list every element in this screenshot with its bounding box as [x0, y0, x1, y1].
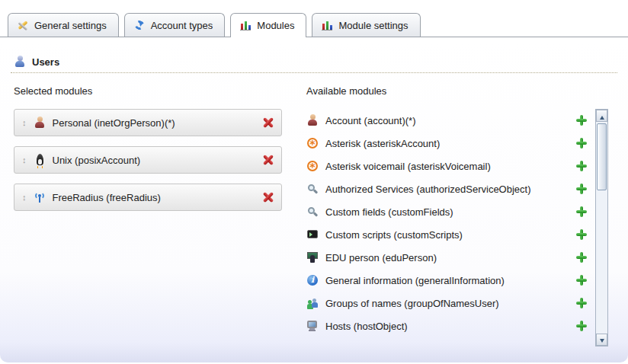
module-label: EDU person (eduPerson): [325, 252, 437, 263]
module-label: Hosts (hostObject): [325, 321, 408, 332]
available-module-asterisk-voicemail-asteriskvoicemail: Asterisk voicemail (asteriskVoicemail): [306, 155, 587, 177]
tab-label: Account types: [151, 20, 213, 31]
module-label: Asterisk voicemail (asteriskVoicemail): [325, 161, 491, 172]
add-module-button[interactable]: [576, 115, 587, 126]
user-icon: [14, 56, 26, 68]
drag-handle-icon[interactable]: ↕: [22, 193, 27, 202]
asterisk-icon: [306, 137, 319, 149]
vertical-scrollbar[interactable]: [595, 109, 608, 346]
tools-icon: [17, 19, 29, 31]
computer-icon: [306, 320, 319, 332]
selected-module-personal-inetorgperson[interactable]: ↕ Personal (inetOrgPerson)(*): [14, 109, 282, 136]
scroll-up-button[interactable]: [596, 110, 607, 122]
available-module-custom-fields-customfields: Custom fields (customFields): [306, 200, 587, 223]
add-module-button[interactable]: [576, 229, 587, 240]
available-module-hosts-hostobject: Hosts (hostObject): [306, 315, 587, 337]
selected-module-freeradius-freeradius[interactable]: ↕ FreeRadius (freeRadius): [14, 184, 282, 211]
module-label: Personal (inetOrgPerson)(*): [53, 117, 175, 129]
available-modules-list: Account (account)(*) Asterisk (asteriskA…: [306, 109, 587, 337]
available-module-custom-scripts-customscripts: Custom scripts (customScripts): [306, 223, 587, 246]
add-module-button[interactable]: [576, 161, 587, 171]
add-module-button[interactable]: [576, 321, 587, 331]
selected-modules-heading: Selected modules: [14, 85, 282, 97]
selected-modules-list: ↕ Personal (inetOrgPerson)(*) ↕ Unix (po…: [14, 109, 282, 211]
tab-general-settings[interactable]: General settings: [8, 13, 119, 37]
magnifier-icon: [306, 206, 319, 218]
info-icon: [306, 274, 319, 286]
modules-columns: Selected modules ↕ Personal (inetOrgPers…: [0, 73, 628, 348]
available-module-authorized-services-authorizedserviceobject: Authorized Services (authorizedServiceOb…: [306, 177, 587, 200]
module-label: Custom scripts (customScripts): [325, 229, 463, 241]
module-label: Authorized Services (authorizedServiceOb…: [325, 184, 531, 195]
drag-handle-icon[interactable]: ↕: [22, 156, 27, 164]
tab-account-types[interactable]: Account types: [124, 13, 226, 37]
radio-antenna-icon: [34, 191, 46, 203]
module-label: General information (generalInformation): [325, 275, 505, 286]
add-module-button[interactable]: [576, 252, 587, 263]
available-module-general-information-generalinformation: General information (generalInformation): [306, 269, 587, 292]
available-modules-heading: Available modules: [306, 85, 617, 97]
tab-label: Modules: [257, 20, 294, 31]
remove-module-button[interactable]: [263, 117, 274, 128]
available-module-edu-person-eduperson: EDU person (eduPerson): [306, 246, 587, 269]
linux-icon: [34, 154, 46, 166]
module-label: FreeRadius (freeRadius): [53, 192, 161, 203]
person-icon: [34, 117, 46, 129]
selected-module-unix-posixaccount[interactable]: ↕ Unix (posixAccount): [14, 146, 282, 174]
remove-module-button[interactable]: [263, 155, 274, 165]
available-module-groups-of-names-groupofnamesuser: Groups of names (groupOfNamesUser): [306, 292, 587, 315]
bar-chart-icon: [321, 19, 333, 31]
module-label: Groups of names (groupOfNamesUser): [325, 298, 499, 309]
add-module-button[interactable]: [576, 275, 587, 286]
module-label: Asterisk (asteriskAccount): [325, 138, 440, 149]
tab-label: Module settings: [338, 20, 408, 31]
module-label: Unix (posixAccount): [53, 155, 141, 166]
terminal-icon: [306, 228, 319, 241]
content-panel: Users Selected modules ↕ Personal (inetO…: [0, 37, 628, 362]
module-label: Custom fields (customFields): [325, 206, 453, 218]
selected-modules-column: Selected modules ↕ Personal (inetOrgPers…: [14, 85, 282, 348]
available-module-account-account: Account (account)(*): [306, 109, 587, 132]
add-module-button[interactable]: [576, 184, 587, 194]
available-modules-column: Available modules Account (account)(*): [306, 85, 617, 348]
group-icon: [306, 297, 319, 309]
magnifier-icon: [306, 183, 319, 195]
sync-icon: [133, 19, 146, 31]
lam-configuration-page: General settings Account types Modules M…: [0, 0, 628, 364]
users-section-header: Users: [11, 37, 617, 73]
asterisk-icon: [306, 160, 319, 172]
section-title: Users: [32, 56, 59, 68]
scrollbar-thumb[interactable]: [597, 123, 607, 190]
drag-handle-icon[interactable]: ↕: [22, 119, 27, 127]
remove-module-button[interactable]: [263, 192, 274, 203]
tab-modules[interactable]: Modules: [230, 13, 306, 37]
tab-label: General settings: [34, 20, 107, 31]
module-label: Account (account)(*): [325, 115, 416, 126]
edu-person-icon: [306, 251, 319, 263]
available-modules-box: Account (account)(*) Asterisk (asteriskA…: [306, 109, 617, 348]
available-module-asterisk-asteriskaccount: Asterisk (asteriskAccount): [306, 132, 587, 155]
tab-bar: General settings Account types Modules M…: [0, 0, 628, 37]
add-module-button[interactable]: [576, 298, 587, 308]
person-icon: [306, 114, 319, 126]
tab-module-settings[interactable]: Module settings: [312, 13, 420, 37]
scroll-down-button[interactable]: [596, 334, 607, 346]
bar-chart-icon: [239, 19, 252, 31]
add-module-button[interactable]: [576, 206, 587, 217]
add-module-button[interactable]: [576, 138, 587, 148]
